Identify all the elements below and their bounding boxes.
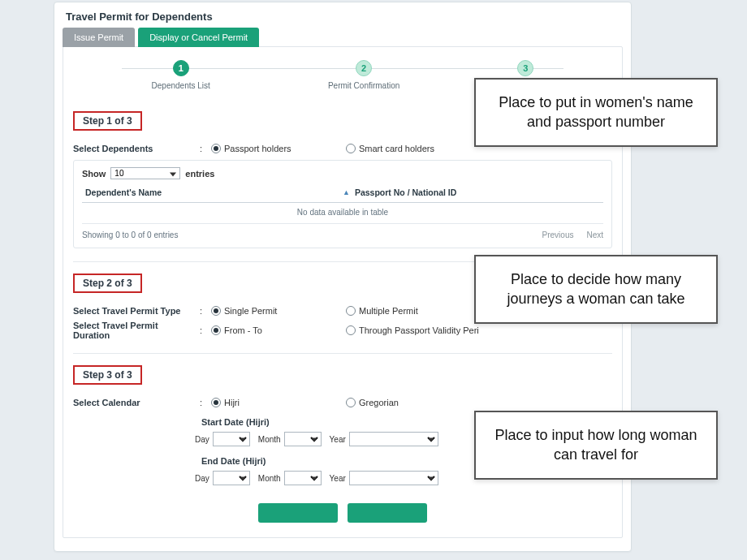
radio-icon	[346, 325, 356, 335]
secondary-button[interactable]	[348, 503, 427, 523]
dependents-table: Show 10 entries Dependent's Name ▲ Passp…	[73, 160, 612, 248]
year-label: Year	[330, 435, 346, 444]
end-year-seg: Year	[330, 471, 438, 485]
lbl-permit-type: Select Travel Permit Type	[73, 306, 195, 316]
step-label-2: Permit Confirmation	[328, 81, 399, 90]
page-title: Travel Permit for Dependents	[66, 11, 623, 23]
opt-multiple-permit[interactable]: Multiple Permit	[346, 306, 476, 316]
opt-passport-validity[interactable]: Through Passport Validity Peri	[346, 325, 479, 335]
th-passport-label: Passport No / National ID	[355, 187, 456, 197]
table-foot: Showing 0 to 0 of 0 entries Previous Nex…	[82, 230, 603, 239]
radio-icon	[346, 144, 356, 153]
heading-step-1: Step 1 of 3	[73, 111, 142, 131]
radio-icon	[211, 398, 221, 407]
row-calendar: Select Calendar : Hijri Gregorian	[73, 398, 612, 407]
entries-label: entries	[185, 169, 214, 179]
end-month-seg: Month	[258, 471, 322, 485]
radio-icon	[211, 144, 221, 153]
start-day-wrap[interactable]	[213, 432, 250, 446]
start-year-seg: Year	[330, 432, 438, 446]
end-day-wrap[interactable]	[213, 471, 250, 485]
step-node-1: 1 Dependents List	[152, 60, 210, 90]
step-circle-2: 2	[356, 60, 372, 76]
heading-step-2: Step 2 of 3	[73, 274, 142, 293]
opt-label: Multiple Permit	[359, 306, 418, 316]
opt-label: Hijri	[224, 398, 240, 407]
start-year-wrap[interactable]	[349, 432, 438, 446]
radio-icon	[346, 306, 356, 316]
pager-prev[interactable]: Previous	[542, 230, 574, 239]
tab-issue-permit[interactable]: Issue Permit	[63, 28, 135, 47]
sort-asc-icon: ▲	[343, 188, 350, 196]
end-day-select[interactable]	[213, 471, 250, 485]
callout-2: Place to decide how many journeys a woma…	[474, 255, 718, 324]
step-node-2: 2 Permit Confirmation	[328, 60, 399, 90]
day-label: Day	[195, 435, 209, 444]
month-label: Month	[258, 435, 281, 444]
tab-display-cancel[interactable]: Display or Cancel Permit	[138, 28, 259, 47]
show-label: Show	[82, 169, 106, 179]
step-label-1: Dependents List	[152, 81, 210, 90]
colon: :	[200, 398, 206, 407]
opt-label: From - To	[224, 325, 262, 335]
colon: :	[200, 325, 206, 335]
divider	[73, 353, 612, 354]
year-label: Year	[330, 474, 346, 483]
start-month-select[interactable]	[284, 432, 322, 446]
entries-select-wrap[interactable]: 10	[110, 167, 180, 179]
day-label: Day	[195, 474, 209, 483]
showing-text: Showing 0 to 0 of 0 entries	[82, 230, 178, 239]
step-circle-1: 1	[173, 60, 189, 76]
callout-3: Place to input how long woman can travel…	[474, 411, 718, 480]
opt-label: Through Passport Validity Peri	[359, 325, 479, 335]
callout-1: Place to put in women's name and passpor…	[474, 78, 718, 147]
lbl-calendar: Select Calendar	[73, 398, 195, 407]
table-divider	[82, 223, 603, 224]
opt-label: Smart card holders	[359, 144, 434, 153]
end-day-seg: Day	[195, 471, 250, 485]
end-year-wrap[interactable]	[349, 471, 438, 485]
opt-single-permit[interactable]: Single Permit	[211, 306, 341, 316]
radio-icon	[211, 325, 221, 335]
colon: :	[200, 306, 206, 316]
opt-label: Single Permit	[224, 306, 277, 316]
opt-label: Passport holders	[224, 144, 291, 153]
table-head: Dependent's Name ▲ Passport No / Nationa…	[82, 179, 603, 203]
start-month-wrap[interactable]	[284, 432, 322, 446]
opt-label: Gregorian	[359, 398, 399, 407]
opt-passport-holders[interactable]: Passport holders	[211, 144, 341, 153]
end-month-wrap[interactable]	[284, 471, 322, 485]
button-bar	[73, 503, 612, 523]
opt-smartcard-holders[interactable]: Smart card holders	[346, 144, 476, 153]
tab-bar: Issue Permit Display or Cancel Permit	[63, 28, 623, 47]
start-month-seg: Month	[258, 432, 322, 446]
step-circle-3: 3	[517, 60, 533, 76]
lbl-permit-duration: Select Travel Permit Duration	[73, 321, 195, 340]
start-day-seg: Day	[195, 432, 250, 446]
end-month-select[interactable]	[284, 471, 322, 485]
pager-next[interactable]: Next	[586, 230, 603, 239]
submit-button[interactable]	[258, 503, 338, 523]
heading-step-3: Step 3 of 3	[73, 365, 142, 385]
start-day-select[interactable]	[213, 432, 250, 446]
pager: Previous Next	[542, 230, 603, 239]
show-entries-row: Show 10 entries	[82, 167, 603, 179]
opt-gregorian[interactable]: Gregorian	[346, 398, 476, 407]
start-year-select[interactable]	[349, 432, 438, 446]
radio-icon	[211, 306, 221, 316]
colon: :	[200, 144, 206, 153]
month-label: Month	[258, 474, 281, 483]
radio-icon	[346, 398, 356, 407]
table-empty: No data available in table	[82, 203, 603, 222]
end-year-select[interactable]	[349, 471, 438, 485]
opt-from-to[interactable]: From - To	[211, 325, 341, 335]
step-node-3: 3	[517, 60, 533, 81]
th-name[interactable]: Dependent's Name	[85, 187, 343, 197]
th-passport[interactable]: ▲ Passport No / National ID	[343, 187, 600, 197]
opt-hijri[interactable]: Hijri	[211, 398, 341, 407]
row-permit-duration: Select Travel Permit Duration : From - T…	[73, 321, 612, 340]
lbl-select-dependents: Select Dependents	[73, 144, 195, 153]
entries-select[interactable]: 10	[110, 167, 180, 179]
